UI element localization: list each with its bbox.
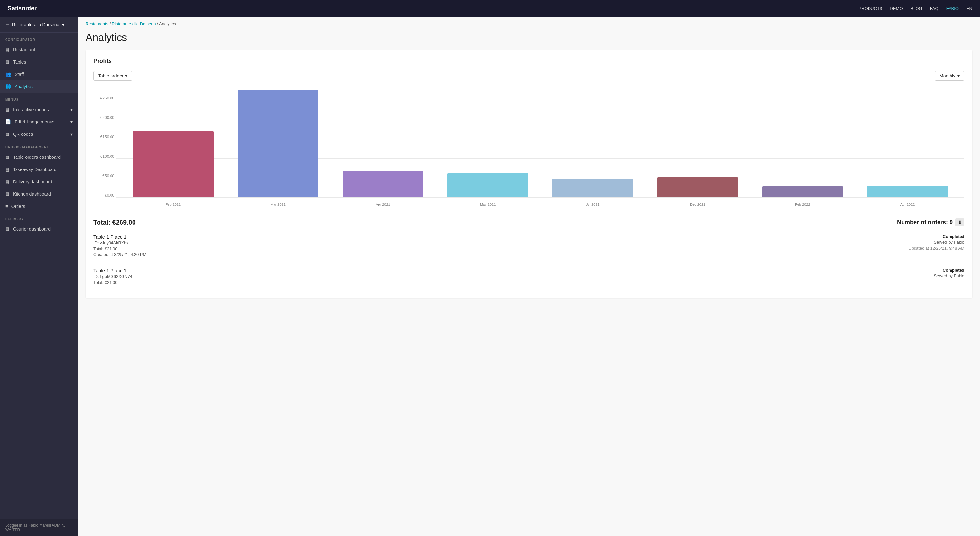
sidebar-item-label: Pdf & Image menus (14, 119, 54, 124)
sidebar-item-label: QR codes (13, 132, 33, 137)
nav-faq[interactable]: FAQ (930, 6, 939, 11)
orders-list: Table 1 Place 1ID: vJny94AkRXbxTotal: €2… (93, 229, 964, 290)
nav-lang[interactable]: EN (966, 6, 972, 11)
sidebar-item-label: Tables (13, 59, 26, 65)
order-server: Served by Fabio (934, 240, 964, 245)
bar-x-label: Apr 2021 (375, 202, 390, 207)
nav-products[interactable]: PRODUCTS (859, 6, 883, 11)
bar: Dec 2021 (657, 177, 738, 197)
sidebar-item-takeaway[interactable]: ▦ Takeaway Dashboard (0, 163, 78, 176)
layout: ☰ Ristorante alla Darsena ▾ CONFIGURATOR… (0, 17, 980, 536)
orders-count-label: Number of orders: 9 (897, 219, 953, 226)
sidebar-item-label: Courier dashboard (13, 226, 51, 232)
sidebar-item-courier[interactable]: ▦ Courier dashboard (0, 223, 78, 235)
hamburger-icon: ☰ (5, 22, 10, 27)
kitchen-icon: ▦ (5, 191, 10, 197)
bar-x-label: Jul 2021 (586, 202, 600, 207)
orders-section-label: ORDERS MANAGEMENT (0, 140, 78, 151)
summary-total: Total: €269.00 (93, 219, 136, 226)
sidebar-item-orders[interactable]: ≡ Orders (0, 200, 78, 212)
restaurant-icon: ▦ (5, 47, 10, 52)
y-axis-label: €150.00 (95, 135, 115, 139)
bar-x-label: Apr 2022 (900, 202, 915, 207)
topnav-links: PRODUCTS DEMO BLOG FAQ FABIO EN (859, 6, 972, 11)
interactive-menus-icon: ▦ (5, 107, 10, 113)
order-status: Completed (943, 234, 964, 239)
main-content: Restaurants / Ristorante alla Darsena / … (78, 17, 980, 536)
breadcrumb-restaurant[interactable]: Ristorante alla Darsena (112, 21, 156, 26)
chevron-icon: ▾ (70, 119, 73, 124)
sidebar-item-pdf-menus[interactable]: 📄 Pdf & Image menus ▾ (0, 116, 78, 128)
bar-group: Jul 2021 (542, 91, 643, 197)
sidebar-item-analytics[interactable]: 🌐 Analytics (0, 80, 78, 93)
y-axis-label: €100.00 (95, 154, 115, 159)
order-created: Created at 3/25/21, 4:20 PM (93, 252, 146, 257)
sidebar-item-kitchen[interactable]: ▦ Kitchen dashboard (0, 188, 78, 200)
summary-orders: Number of orders: 9 ⬇ (897, 218, 964, 226)
sidebar-item-label: Table orders dashboard (13, 154, 60, 160)
sidebar-item-label: Orders (11, 204, 25, 209)
bar-group: May 2021 (437, 91, 538, 197)
breadcrumb: Restaurants / Ristorante alla Darsena / … (78, 17, 980, 29)
bar: May 2021 (447, 173, 528, 197)
sidebar-item-label: Delivery dashboard (13, 179, 52, 184)
sidebar-item-restaurant[interactable]: ▦ Restaurant (0, 43, 78, 56)
y-axis-label: €250.00 (95, 96, 115, 100)
courier-icon: ▦ (5, 226, 10, 232)
profits-card: Profits Table orders ▾ Monthly ▾ €250.00… (86, 50, 972, 298)
period-filter[interactable]: Monthly ▾ (935, 71, 964, 81)
sidebar-item-table-orders[interactable]: ▦ Table orders dashboard (0, 151, 78, 163)
page-title: Analytics (86, 32, 972, 43)
sidebar-item-staff[interactable]: 👥 Staff (0, 68, 78, 80)
sidebar-item-tables[interactable]: ▦ Tables (0, 56, 78, 68)
order-item: Table 1 Place 1ID: vJny94AkRXbxTotal: €2… (93, 229, 964, 262)
profits-title: Profits (93, 58, 964, 65)
nav-demo[interactable]: DEMO (890, 6, 903, 11)
chevron-icon: ▾ (70, 132, 73, 137)
bar: Apr 2021 (342, 172, 423, 197)
delivery-icon: ▦ (5, 179, 10, 185)
chevron-down-icon: ▾ (957, 73, 959, 78)
summary-row: Total: €269.00 Number of orders: 9 ⬇ (93, 213, 964, 229)
table-orders-filter[interactable]: Table orders ▾ (93, 71, 132, 81)
bar-x-label: Feb 2022 (795, 202, 810, 207)
export-button[interactable]: ⬇ (955, 218, 964, 226)
breadcrumb-restaurants[interactable]: Restaurants (86, 21, 108, 26)
sidebar-item-label: Interactive menus (13, 107, 49, 112)
nav-user[interactable]: FABIO (946, 6, 959, 11)
chevron-down-icon: ▾ (125, 73, 127, 78)
filter-label: Table orders (98, 73, 123, 78)
page-header: Analytics (78, 29, 980, 50)
menus-section-label: MENUS (0, 93, 78, 103)
takeaway-icon: ▦ (5, 167, 10, 172)
bar-x-label: Feb 2021 (165, 202, 180, 207)
order-id: ID: LgbMG62XGN74 (93, 274, 132, 279)
sidebar-restaurant-name: Ristorante alla Darsena (12, 22, 59, 27)
delivery-section-label: DELIVERY (0, 212, 78, 223)
bar: Feb 2021 (132, 131, 213, 197)
sidebar-item-label: Takeaway Dashboard (13, 167, 57, 172)
bar-x-label: Dec 2021 (690, 202, 705, 207)
staff-icon: 👥 (5, 71, 11, 77)
brand[interactable]: Satisorder (8, 5, 37, 12)
bar-x-label: Mar 2021 (270, 202, 285, 207)
chart-grid-line: €0.00 (116, 197, 964, 198)
bar-group: Dec 2021 (647, 91, 748, 197)
orders-icon: ≡ (5, 204, 8, 209)
sidebar-item-delivery[interactable]: ▦ Delivery dashboard (0, 176, 78, 188)
sidebar-restaurant[interactable]: ☰ Ristorante alla Darsena ▾ (0, 17, 78, 33)
sidebar-item-qr-codes[interactable]: ▦ QR codes ▾ (0, 128, 78, 140)
order-server: Served by Fabio (934, 274, 964, 278)
sidebar-item-label: Analytics (14, 84, 33, 89)
order-item: Table 1 Place 1ID: LgbMG62XGN74Total: €2… (93, 262, 964, 290)
nav-blog[interactable]: BLOG (911, 6, 922, 11)
table-orders-icon: ▦ (5, 154, 10, 160)
qr-codes-icon: ▦ (5, 131, 10, 137)
bar-group: Feb 2021 (123, 91, 224, 197)
bar-x-label: May 2021 (480, 202, 495, 207)
sidebar: ☰ Ristorante alla Darsena ▾ CONFIGURATOR… (0, 17, 78, 536)
sidebar-footer: Logged in as Fabio Marelli ADMIN, WAITER (0, 519, 78, 536)
topnav: Satisorder PRODUCTS DEMO BLOG FAQ FABIO … (0, 0, 980, 17)
sidebar-item-label: Kitchen dashboard (13, 191, 51, 197)
sidebar-item-interactive-menus[interactable]: ▦ Interactive menus ▾ (0, 103, 78, 116)
